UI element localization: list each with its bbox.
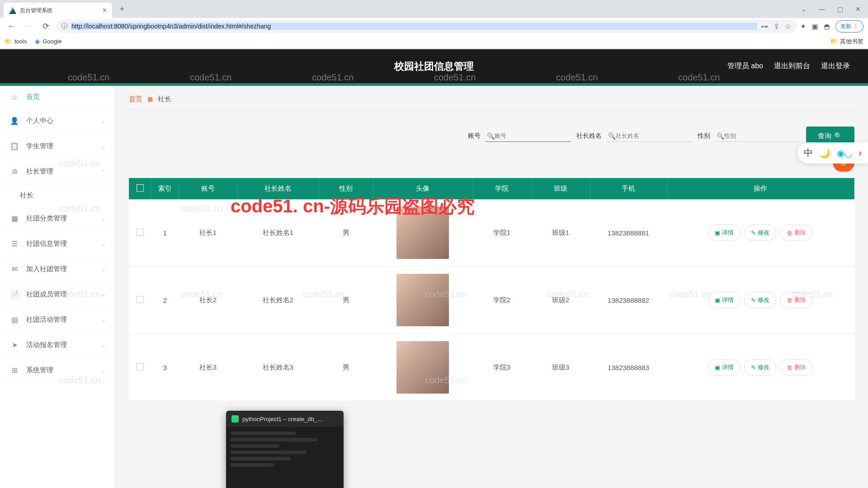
info-icon: ⓘ <box>61 22 68 30</box>
edit-icon: ✎ <box>751 297 756 304</box>
cell-class: 班级1 <box>531 199 590 267</box>
add-tab-button[interactable]: + <box>116 3 128 15</box>
sidebar: ⌂ 首页 👤 个人中心 ⌄ 📋 学生管理 ⌄ ⊘ 社长管理 ⌃ 社长 <box>0 86 115 488</box>
cell-college: 学院3 <box>472 334 531 401</box>
col-gender: 性别 <box>319 178 373 199</box>
sidebar-item-activity[interactable]: ▤ 社团活动管理 ⌄ <box>0 307 115 333</box>
header-actions: 管理员 abo 退出到前台 退出登录 <box>727 61 850 71</box>
search-account-input[interactable] <box>495 132 571 139</box>
sidebar-item-system[interactable]: ⊞ 系统管理 ⌄ <box>0 358 115 383</box>
bookmark-tools[interactable]: 📁 tools <box>5 38 27 45</box>
col-index: 索引 <box>151 178 179 199</box>
share-icon[interactable]: ⇪ <box>774 22 779 31</box>
back-button[interactable]: ← <box>5 19 18 33</box>
chevron-right-icon[interactable]: › <box>859 147 862 159</box>
close-icon[interactable]: × <box>103 6 107 14</box>
cell-avatar <box>373 334 472 401</box>
cell-gender: 男 <box>319 334 373 401</box>
theme-icon[interactable]: ◉◡ <box>837 148 852 159</box>
close-window-icon[interactable]: ✕ <box>852 3 864 15</box>
address-bar: ← → ⟳ ⓘ http://localhost:8080/springboot… <box>0 18 868 34</box>
delete-button[interactable]: 🗑 删除 <box>780 292 813 308</box>
layout-icon: ▤ <box>9 315 20 324</box>
browser-tab[interactable]: 后台管理系统 × <box>4 3 112 18</box>
sidebar-icon[interactable]: ▣ <box>811 22 818 31</box>
logout-front-link[interactable]: 退出到前台 <box>774 61 810 71</box>
sidebar-item-home[interactable]: ⌂ 首页 <box>0 86 115 108</box>
cell-college: 学院1 <box>472 199 531 267</box>
edit-button[interactable]: ✎ 修改 <box>744 359 776 375</box>
search-gender-label: 性别 <box>698 132 710 140</box>
cell-gender: 男 <box>319 199 373 267</box>
chevron-down-icon: ⌄ <box>101 367 106 374</box>
cell-class: 班级3 <box>531 334 590 401</box>
search-icon: 🔍 <box>717 132 724 140</box>
minimize-icon[interactable]: — <box>816 3 828 15</box>
search-icon: 🔍 <box>487 132 495 140</box>
list-icon: ☰ <box>9 239 20 248</box>
row-checkbox[interactable] <box>137 229 144 236</box>
bookmark-other[interactable]: 📁 其他书签 <box>830 38 863 46</box>
select-all-checkbox[interactable] <box>137 184 144 192</box>
floating-tool[interactable]: 中 🌙 ◉◡ › <box>797 142 868 164</box>
row-checkbox[interactable] <box>137 296 144 303</box>
sidebar-item-club-info[interactable]: ☰ 社团信息管理 ⌄ <box>0 231 115 257</box>
taskbar-preview[interactable]: pythonProject1 – create_db_... <box>226 411 344 488</box>
update-button[interactable]: 更新⋮ <box>835 20 863 33</box>
star-icon[interactable]: ☆ <box>785 22 791 31</box>
reload-button[interactable]: ⟳ <box>39 19 52 33</box>
vue-icon <box>9 7 16 14</box>
admin-label[interactable]: 管理员 abo <box>727 61 763 71</box>
cell-phone: 13823888882 <box>590 267 667 334</box>
col-name: 社长姓名 <box>237 178 319 199</box>
delete-button[interactable]: 🗑 删除 <box>780 225 813 241</box>
row-checkbox[interactable] <box>137 363 144 371</box>
avatar-image <box>396 206 449 259</box>
cell-account: 社长3 <box>179 334 237 401</box>
apps-icon: ⊞ <box>9 366 20 375</box>
bookmark-google[interactable]: ◉ Google <box>35 38 61 45</box>
logout-link[interactable]: 退出登录 <box>821 61 850 71</box>
url-text: http://localhost:8080/springbootnp4n3/ad… <box>71 23 757 30</box>
sidebar-item-profile[interactable]: 👤 个人中心 ⌄ <box>0 108 115 134</box>
chevron-down-icon: ⌄ <box>101 241 106 247</box>
maximize-icon[interactable]: ▢ <box>834 3 846 15</box>
bookmark-bar: 📁 tools ◉ Google 📁 其他书签 <box>0 34 868 49</box>
forward-button[interactable]: → <box>22 19 35 33</box>
moon-icon[interactable]: 🌙 <box>819 148 830 159</box>
delete-button[interactable]: 🗑 删除 <box>780 359 813 375</box>
search-gender-input[interactable] <box>724 132 800 139</box>
edit-icon: ✎ <box>751 364 756 371</box>
sidebar-item-student[interactable]: 📋 学生管理 ⌄ <box>0 134 115 159</box>
sidebar-item-president[interactable]: ⊘ 社长管理 ⌃ <box>0 159 115 184</box>
app-header: 校园社团信息管理 管理员 abo 退出到前台 退出登录 <box>0 49 868 83</box>
table-row: 2 社长2 社长姓名2 男 学院2 班级2 13823888882 ▣ 详情 ✎… <box>129 267 854 334</box>
chevron-down-icon: ⌄ <box>101 143 106 150</box>
col-avatar: 头像 <box>373 178 472 199</box>
sidebar-item-join[interactable]: ✉ 加入社团管理 ⌄ <box>0 257 115 282</box>
sidebar-item-member[interactable]: 📄 社团成员管理 ⌄ <box>0 282 115 307</box>
edit-button[interactable]: ✎ 修改 <box>744 292 776 308</box>
url-box[interactable]: ⓘ http://localhost:8080/springbootnp4n3/… <box>56 19 797 33</box>
detail-icon: ▣ <box>715 364 720 371</box>
edit-button[interactable]: ✎ 修改 <box>744 225 776 241</box>
key-icon[interactable]: ⊶ <box>761 22 768 31</box>
detail-button[interactable]: ▣ 详情 <box>708 292 741 308</box>
detail-button[interactable]: ▣ 详情 <box>708 225 741 241</box>
chevron-down-icon[interactable]: ⌄ <box>797 3 810 15</box>
search-name-input[interactable] <box>616 132 692 139</box>
detail-button[interactable]: ▣ 详情 <box>708 359 741 375</box>
data-table: 索引 账号 社长姓名 性别 头像 学院 班级 手机 操作 1 社长1 社长姓名1… <box>129 178 854 401</box>
detail-icon: ▣ <box>715 230 720 236</box>
cell-name: 社长姓名3 <box>237 334 319 401</box>
folder-icon: 📁 <box>830 38 837 45</box>
sidebar-subitem-president[interactable]: 社长 <box>0 184 115 206</box>
extensions-icon[interactable]: ✦ <box>800 22 806 31</box>
breadcrumb-home[interactable]: 首页 <box>129 95 142 103</box>
circle-icon: ⊘ <box>9 167 20 176</box>
cell-phone: 13823888881 <box>590 199 667 267</box>
sidebar-item-signup[interactable]: ➤ 活动报名管理 ⌄ <box>0 333 115 358</box>
lang-icon[interactable]: 中 <box>804 147 813 159</box>
profile-icon[interactable]: ◓ <box>824 22 830 31</box>
sidebar-item-category[interactable]: ▦ 社团分类管理 ⌄ <box>0 206 115 231</box>
